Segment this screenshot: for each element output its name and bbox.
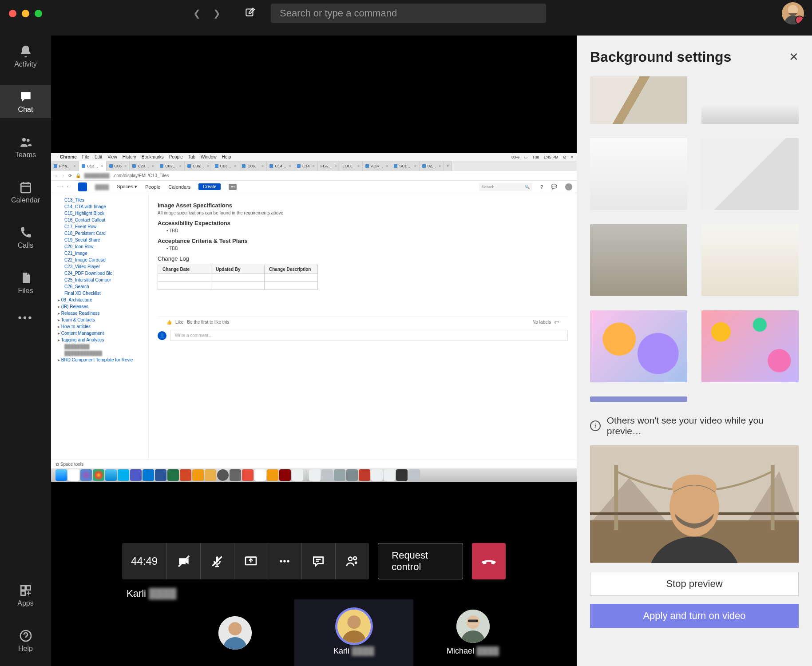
space-tools[interactable]: ✿ Space tools <box>51 460 577 468</box>
tree-item[interactable]: C19_Social Share <box>51 237 148 243</box>
browser-tab[interactable]: 02…× <box>420 161 444 171</box>
tree-branch[interactable]: (IR) Releases <box>51 303 148 310</box>
dock-teams-icon[interactable] <box>130 469 142 481</box>
mic-toggle-button[interactable] <box>201 543 234 579</box>
browser-tab[interactable]: C20…× <box>130 161 157 171</box>
background-option[interactable] <box>590 310 687 382</box>
tree-item[interactable]: Final XD Checklist <box>51 290 148 297</box>
user-menu[interactable] <box>565 183 572 190</box>
close-panel-button[interactable]: ✕ <box>789 50 799 64</box>
dock-app-icon[interactable] <box>359 469 370 481</box>
label-icon[interactable]: 🏷 <box>555 320 559 325</box>
tree-item[interactable]: C14_CTA with Image <box>51 203 148 210</box>
notif-icon[interactable]: 💬 <box>551 184 557 190</box>
browser-tab[interactable]: LOC…× <box>340 161 363 171</box>
dock-calendar-icon[interactable] <box>68 469 79 481</box>
browser-tab[interactable]: Fina…× <box>51 161 79 171</box>
tree-item-redacted[interactable]: ████████ <box>51 343 148 350</box>
rail-calendar[interactable]: Calendar <box>0 176 51 209</box>
background-option[interactable] <box>590 224 687 296</box>
tree-branch[interactable]: Tagging and Analytics <box>51 337 148 343</box>
tree-item[interactable]: C18_Persistent Card <box>51 230 148 237</box>
rail-activity[interactable]: Activity <box>0 40 51 73</box>
close-window-button[interactable] <box>9 10 16 17</box>
search-input[interactable]: Search or type a command <box>271 4 546 23</box>
apps-icon[interactable]: ⋮⋮⋮ <box>55 184 70 190</box>
dock-app-icon[interactable] <box>371 469 383 481</box>
apply-background-button[interactable]: Apply and turn on video <box>590 604 799 628</box>
nav-spaces[interactable]: Spaces ▾ <box>117 184 137 190</box>
background-option[interactable] <box>590 76 687 124</box>
rail-teams[interactable]: Teams <box>0 131 51 163</box>
browser-tab[interactable]: C13…× <box>79 161 107 171</box>
rail-apps[interactable]: Apps <box>0 579 51 612</box>
dock-chrome-icon[interactable] <box>93 469 104 481</box>
more-button[interactable]: ••• <box>229 184 236 190</box>
tree-item-redacted[interactable]: ████████████ <box>51 350 148 357</box>
request-control-button[interactable]: Request control <box>378 543 463 579</box>
dock-trash-icon[interactable] <box>408 469 420 481</box>
tree-branch[interactable]: BRD Component Template for Revie <box>51 357 148 363</box>
dock-app-icon[interactable] <box>321 469 333 481</box>
participant-tile[interactable]: Karli ████ <box>294 599 413 666</box>
browser-tab[interactable]: C06…× <box>239 161 267 171</box>
create-button[interactable]: Create <box>198 183 221 190</box>
rail-files[interactable]: Files <box>0 266 51 299</box>
dock-app-icon[interactable] <box>396 469 408 481</box>
background-option[interactable] <box>701 310 799 382</box>
help-icon[interactable]: ? <box>540 184 543 190</box>
camera-toggle-button[interactable] <box>167 543 201 579</box>
dock-skype-icon[interactable] <box>118 469 129 481</box>
browser-tab[interactable]: C14…× <box>267 161 294 171</box>
tree-item[interactable]: C23_Video Player <box>51 263 148 270</box>
background-option[interactable] <box>701 224 799 296</box>
comment-input[interactable]: Write a comment… <box>170 330 568 341</box>
tree-item[interactable]: C21_Image <box>51 250 148 257</box>
rail-more[interactable]: ••• <box>18 312 33 324</box>
tree-item[interactable]: C20_Icon Row <box>51 243 148 250</box>
tree-item[interactable]: C22_Image Carousel <box>51 257 148 263</box>
confluence-logo-icon[interactable] <box>78 182 87 191</box>
tree-item[interactable]: C16_Contact Callout <box>51 217 148 223</box>
background-option-partial[interactable] <box>590 396 687 402</box>
dock-app-icon[interactable] <box>309 469 321 481</box>
url-bar[interactable]: ← →⟳🔒 ████████ .com/display/FML/C13_Tile… <box>51 171 577 181</box>
tree-item[interactable]: C26_Search <box>51 283 148 290</box>
back-button[interactable]: ❮ <box>193 8 201 19</box>
browser-tab[interactable]: C03…× <box>212 161 240 171</box>
browser-tab[interactable]: FLA…× <box>318 161 340 171</box>
background-option[interactable] <box>701 76 799 124</box>
participants-button[interactable] <box>336 543 369 579</box>
maximize-window-button[interactable] <box>35 10 42 17</box>
browser-tab[interactable]: SCE…× <box>391 161 420 171</box>
dock-app-icon[interactable] <box>384 469 395 481</box>
participant-tile[interactable] <box>175 599 294 666</box>
tree-branch[interactable]: 03_Architecture <box>51 297 148 303</box>
dock-app-icon[interactable] <box>205 469 216 481</box>
browser-tab[interactable]: ADA…× <box>363 161 391 171</box>
hangup-button[interactable] <box>472 543 506 579</box>
dock-sketch-icon[interactable] <box>267 469 278 481</box>
dock-app-icon[interactable] <box>346 469 358 481</box>
dock-app-icon[interactable] <box>242 469 254 481</box>
dock-outlook-icon[interactable] <box>143 469 154 481</box>
rail-calls[interactable]: Calls <box>0 221 51 254</box>
new-tab-button[interactable]: + <box>444 161 452 171</box>
background-option[interactable] <box>590 138 687 210</box>
tree-item[interactable]: C17_Event Row <box>51 223 148 230</box>
participant-tile[interactable]: Michael ████ <box>413 599 532 666</box>
tree-item[interactable]: C24_PDF Download Blc <box>51 270 148 277</box>
nav-calendars[interactable]: Calendars <box>168 184 190 190</box>
dock-app-icon[interactable] <box>217 469 229 481</box>
dock-powerpoint-icon[interactable] <box>180 469 191 481</box>
user-avatar[interactable] <box>782 2 804 24</box>
tree-branch[interactable]: Release Readiness <box>51 310 148 317</box>
tree-item[interactable]: C25_Interstitial Compor <box>51 277 148 283</box>
dock-app-icon[interactable] <box>292 469 303 481</box>
stop-preview-button[interactable]: Stop preview <box>590 572 799 596</box>
browser-tab[interactable]: C06…× <box>185 161 212 171</box>
forward-button[interactable]: ❯ <box>213 8 221 19</box>
more-actions-button[interactable] <box>268 543 302 579</box>
tree-branch[interactable]: How-to articles <box>51 323 148 330</box>
dock-finder-icon[interactable] <box>55 469 67 481</box>
